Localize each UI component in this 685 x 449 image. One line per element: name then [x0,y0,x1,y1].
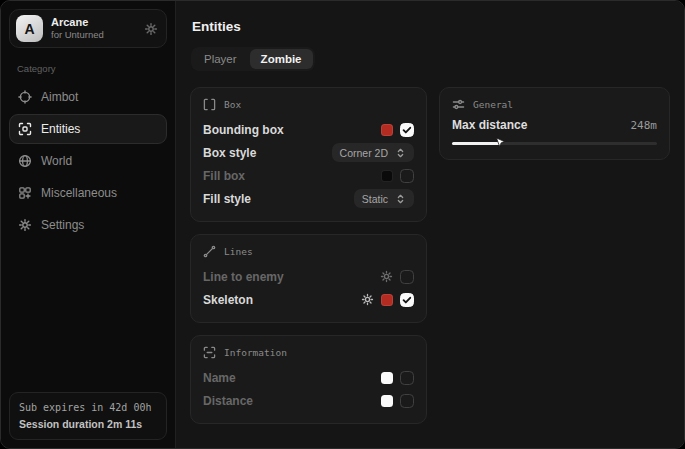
gear-icon [18,218,32,232]
grid-icon [18,186,32,200]
max-distance-value: 248m [631,119,658,132]
setting-row-distance: Distance [203,389,414,412]
sidebar-item-label: Entities [41,122,80,136]
sidebar-item-world[interactable]: World [9,146,167,176]
max-distance-slider[interactable] [452,142,657,145]
fill-style-select[interactable]: Static [354,189,414,208]
session-duration-text: Session duration 2m 11s [19,416,157,432]
sidebar-item-label: World [41,154,72,168]
page-title: Entities [192,19,670,34]
category-label: Category [17,63,159,74]
card-title: General [473,99,513,110]
app-title: Arcane [51,16,136,30]
sidebar-item-label: Aimbot [41,90,78,104]
app-window: A Arcane for Unturned Category Aimbot [0,0,685,449]
sub-expiry-text: Sub expires in 42d 00h [19,400,157,416]
box-card: Box Bounding box Box style [190,87,427,222]
check-icon [401,124,413,136]
tab-zombie[interactable]: Zombie [250,49,313,69]
card-title: Information [224,347,287,358]
entity-tabs: Player Zombie [191,47,315,71]
sidebar-nav: Aimbot Entities World Miscellaneous [9,81,167,241]
checkbox-line-to-enemy[interactable] [400,270,414,284]
tab-player[interactable]: Player [193,49,248,69]
checkbox-distance[interactable] [400,394,414,408]
information-card: Information Name Distance [190,335,427,424]
app-logo: A [16,15,43,42]
scan-icon [18,122,32,136]
info-scan-icon [203,346,216,359]
color-swatch[interactable] [381,124,393,136]
gear-icon[interactable] [361,293,374,306]
crosshair-icon [18,90,32,104]
gear-icon[interactable] [380,270,393,283]
checkbox-bounding-box[interactable] [400,123,414,137]
globe-icon [18,154,32,168]
color-swatch[interactable] [381,170,393,182]
chevrons-up-down-icon [395,193,406,205]
sidebar-item-settings[interactable]: Settings [9,210,167,240]
setting-row-skeleton: Skeleton [203,288,414,311]
color-swatch[interactable] [381,372,393,384]
card-title: Lines [224,246,253,257]
sidebar-item-label: Miscellaneous [41,186,117,200]
sidebar-item-aimbot[interactable]: Aimbot [9,82,167,112]
card-title: Box [224,99,241,110]
checkbox-name[interactable] [400,371,414,385]
brackets-icon [203,98,216,111]
setting-row-fill-box: Fill box [203,164,414,187]
color-swatch[interactable] [381,395,393,407]
check-icon [401,294,413,306]
app-subtitle: for Unturned [51,29,136,41]
setting-row-name: Name [203,366,414,389]
setting-row-bounding-box: Bounding box [203,118,414,141]
slider-thumb-cursor-icon[interactable] [495,137,506,148]
brand-card: A Arcane for Unturned [9,9,167,48]
sidebar-item-label: Settings [41,218,84,232]
color-swatch[interactable] [381,294,393,306]
sidebar-item-entities[interactable]: Entities [9,114,167,144]
chevrons-up-down-icon [395,147,406,159]
setting-row-max-distance: Max distance 248m [452,118,657,132]
line-icon [203,245,216,258]
sidebar-item-miscellaneous[interactable]: Miscellaneous [9,178,167,208]
sidebar: A Arcane for Unturned Category Aimbot [1,1,176,448]
sliders-icon [452,98,465,111]
gear-icon[interactable] [144,22,158,36]
checkbox-fill-box[interactable] [400,169,414,183]
slider-fill [452,142,501,145]
lines-card: Lines Line to enemy Skeleton [190,234,427,323]
box-style-select[interactable]: Corner 2D [332,143,414,162]
main-panel: Entities Player Zombie Box Bounding box [176,1,684,448]
checkbox-skeleton[interactable] [400,293,414,307]
setting-row-fill-style: Fill style Static [203,187,414,210]
setting-row-line-to-enemy: Line to enemy [203,265,414,288]
general-card: General Max distance 248m [439,87,670,160]
setting-row-box-style: Box style Corner 2D [203,141,414,164]
subscription-card: Sub expires in 42d 00h Session duration … [9,392,167,440]
